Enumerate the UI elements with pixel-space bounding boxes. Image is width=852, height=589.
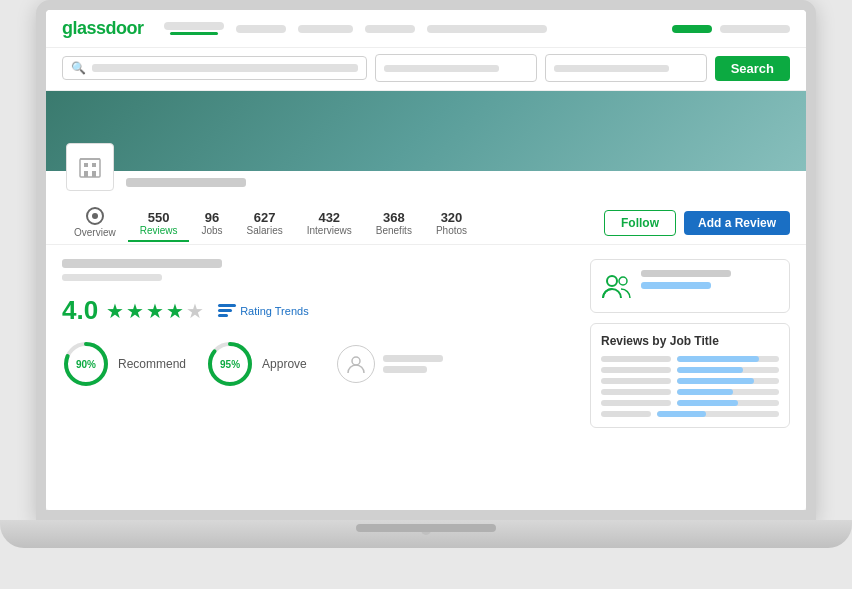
tab-reviews[interactable]: 550 Reviews <box>128 204 190 242</box>
trend-label[interactable]: Rating Trends <box>240 305 308 317</box>
job-bar-fill-1 <box>677 356 759 362</box>
nav-item-1[interactable] <box>164 22 224 35</box>
tab-interviews-label: Interviews <box>307 225 352 236</box>
recommend-metric: 90% Recommend <box>62 340 186 388</box>
svg-rect-1 <box>84 163 88 167</box>
tab-benefits-label: Benefits <box>376 225 412 236</box>
followers-line-1 <box>641 270 731 277</box>
job-bar-fill-4 <box>677 389 733 395</box>
job-label-4 <box>601 389 671 395</box>
tab-salaries-count: 627 <box>254 210 276 225</box>
nav-link-placeholder-4 <box>365 25 415 33</box>
reviews-by-job-title: Reviews by Job Title <box>601 334 779 348</box>
tab-jobs-count: 96 <box>205 210 219 225</box>
search-button[interactable]: Search <box>715 56 790 81</box>
job-bar-row-4 <box>601 389 779 395</box>
job-bar-bg-2 <box>677 367 779 373</box>
company-tabs: Overview 550 Reviews 96 Jobs 627 Salarie… <box>46 201 806 245</box>
job-bar-bg-1 <box>677 356 779 362</box>
tab-jobs[interactable]: 96 Jobs <box>189 204 234 242</box>
reviews-by-job-card: Reviews by Job Title <box>590 323 790 428</box>
trend-line-2 <box>218 309 232 312</box>
svg-rect-4 <box>92 171 96 177</box>
building-icon <box>76 153 104 181</box>
recommend-circle: 90% <box>62 340 110 388</box>
job-label-1 <box>601 356 671 362</box>
star-rating: ★ ★ ★ ★ ★ <box>106 299 204 323</box>
tab-interviews-count: 432 <box>318 210 340 225</box>
tab-overview[interactable]: Overview <box>62 201 128 244</box>
followers-line-2 <box>641 282 711 289</box>
location-placeholder <box>384 65 499 72</box>
job-bar-row-2 <box>601 367 779 373</box>
screen-content: glassdoor <box>46 10 806 510</box>
location-input[interactable] <box>375 54 537 82</box>
rating-score: 4.0 <box>62 295 98 326</box>
approve-metric: 95% Approve <box>206 340 307 388</box>
company-logo <box>66 143 114 191</box>
job-bar-row-6 <box>601 411 779 417</box>
tab-interviews[interactable]: 432 Interviews <box>295 204 364 242</box>
approve-circle: 95% <box>206 340 254 388</box>
followers-info <box>641 270 731 289</box>
tab-salaries[interactable]: 627 Salaries <box>235 204 295 242</box>
company-name-placeholder <box>126 178 246 187</box>
user-line-2 <box>383 366 427 373</box>
tab-benefits-count: 368 <box>383 210 405 225</box>
followers-card <box>590 259 790 313</box>
main-search-input-wrap[interactable]: 🔍 <box>62 56 367 80</box>
star-3: ★ <box>146 299 164 323</box>
approve-pct: 95% <box>220 359 240 370</box>
nav-link-placeholder-5 <box>427 25 547 33</box>
laptop-notch <box>421 525 431 535</box>
trend-line-3 <box>218 314 228 317</box>
laptop-base <box>0 520 852 548</box>
add-review-button[interactable]: Add a Review <box>684 211 790 235</box>
rating-row: 4.0 ★ ★ ★ ★ ★ <box>62 295 578 326</box>
tab-benefits[interactable]: 368 Benefits <box>364 204 424 242</box>
section-title-placeholder <box>62 259 222 268</box>
job-label-6 <box>601 411 651 417</box>
tab-reviews-label: Reviews <box>140 225 178 236</box>
company-banner <box>46 91 806 171</box>
people-icon <box>601 270 633 302</box>
tab-jobs-label: Jobs <box>201 225 222 236</box>
job-review-bars <box>601 356 779 417</box>
main-content: 4.0 ★ ★ ★ ★ ★ <box>46 245 806 465</box>
nav-link-placeholder-2 <box>236 25 286 33</box>
recommend-label: Recommend <box>118 357 186 371</box>
job-bar-fill-2 <box>677 367 743 373</box>
laptop-screen: glassdoor <box>46 10 806 510</box>
tab-reviews-count: 550 <box>148 210 170 225</box>
left-panel: 4.0 ★ ★ ★ ★ ★ <box>62 259 578 451</box>
svg-rect-3 <box>84 171 88 177</box>
star-4: ★ <box>166 299 184 323</box>
job-label-3 <box>601 378 671 384</box>
section-sub-placeholder <box>62 274 162 281</box>
follow-button[interactable]: Follow <box>604 210 676 236</box>
approve-label: Approve <box>262 357 307 371</box>
job-bar-fill-6 <box>657 411 706 417</box>
nav-link-placeholder <box>164 22 224 30</box>
job-bar-row-3 <box>601 378 779 384</box>
svg-point-10 <box>352 357 360 365</box>
tab-photos[interactable]: 320 Photos <box>424 204 479 242</box>
main-search-placeholder <box>92 64 358 72</box>
job-label-5 <box>601 400 671 406</box>
metrics-row: 90% Recommend 95% <box>62 340 578 388</box>
search-bar: 🔍 Search <box>46 48 806 91</box>
nav-cta-placeholder <box>672 25 712 33</box>
tab-actions: Follow Add a Review <box>604 210 790 236</box>
nav-underline-active <box>170 32 218 35</box>
company-input[interactable] <box>545 54 707 82</box>
tab-photos-label: Photos <box>436 225 467 236</box>
job-bar-bg-4 <box>677 389 779 395</box>
laptop-outer: glassdoor <box>0 0 852 589</box>
user-line-1 <box>383 355 443 362</box>
nav-bar: glassdoor <box>46 10 806 48</box>
job-bar-fill-5 <box>677 400 738 406</box>
user-profile-placeholder <box>337 345 443 383</box>
logo: glassdoor <box>62 18 144 39</box>
laptop-body: glassdoor <box>36 0 816 520</box>
star-1: ★ <box>106 299 124 323</box>
